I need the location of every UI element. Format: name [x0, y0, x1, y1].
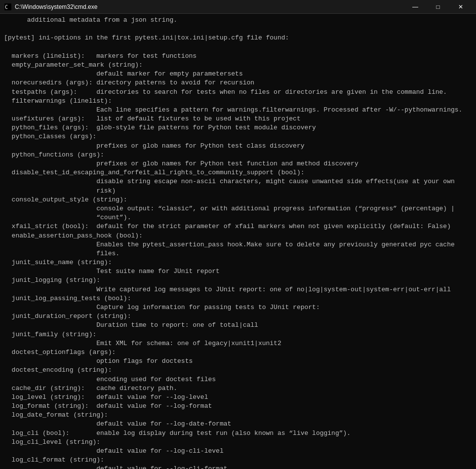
svg-text:C: C — [5, 4, 8, 10]
close-button[interactable]: ✕ — [449, 0, 472, 14]
title-bar: C C:\Windows\system32\cmd.exe — □ ✕ — [0, 0, 476, 14]
window-controls: — □ ✕ — [404, 0, 472, 14]
minimize-button[interactable]: — — [404, 0, 427, 14]
window-title: C:\Windows\system32\cmd.exe — [15, 3, 404, 10]
terminal-output: additional metadata from a json string. … — [0, 14, 476, 469]
app-icon: C — [4, 3, 12, 11]
maximize-button[interactable]: □ — [427, 0, 449, 14]
window: C C:\Windows\system32\cmd.exe — □ ✕ addi… — [0, 0, 476, 469]
